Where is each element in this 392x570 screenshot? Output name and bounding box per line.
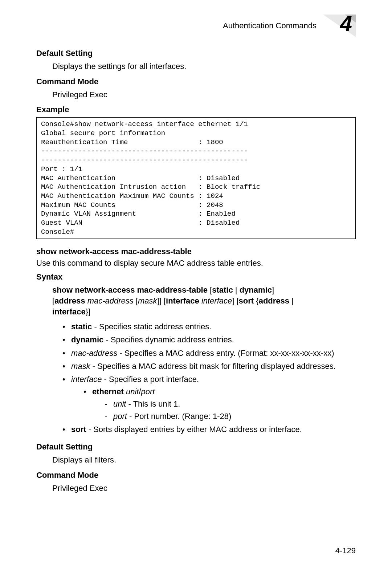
bullet-ethernet: ethernet unit/port unit - This is unit 1… — [83, 386, 356, 423]
page-content: Authentication Commands 4 Default Settin… — [0, 0, 392, 494]
page-number: 4-129 — [335, 546, 356, 555]
command-title: show network-access mac-address-table — [36, 247, 356, 256]
bullet-interface: interface - Specifies a port interface. … — [62, 373, 356, 423]
heading-syntax: Syntax — [36, 272, 356, 282]
text-default-setting-2: Displays all filters. — [52, 455, 356, 465]
nested-unit-port: unit - This is unit 1. port - Port numbe… — [105, 398, 356, 423]
chapter-number: 4 — [340, 11, 352, 36]
heading-example: Example — [36, 105, 356, 114]
page-header: Authentication Commands 4 — [36, 15, 356, 37]
bullet-port: port - Port number. (Range: 1-28) — [105, 410, 356, 423]
bullet-sort: sort - Sorts displayed entries by either… — [62, 423, 356, 436]
syntax-cmd: show network-access mac-address-table — [52, 285, 208, 294]
command-description: Use this command to display secure MAC a… — [36, 258, 356, 268]
syntax-bullets: static - Specifies static address entrie… — [62, 321, 356, 436]
heading-default-setting-1: Default Setting — [36, 49, 356, 58]
heading-command-mode-1: Command Mode — [36, 77, 356, 86]
syntax-block: show network-access mac-address-table [s… — [52, 285, 356, 317]
example-output-box: Console#show network-access interface et… — [36, 117, 356, 239]
text-default-setting-1: Displays the settings for all interfaces… — [52, 61, 356, 72]
bullet-mask: mask - Specifies a MAC address bit mask … — [62, 360, 356, 372]
text-command-mode-2: Privileged Exec — [52, 483, 356, 494]
text-command-mode-1: Privileged Exec — [52, 89, 356, 100]
header-title: Authentication Commands — [223, 21, 317, 30]
nested-ethernet: ethernet unit/port unit - This is unit 1… — [83, 386, 356, 423]
heading-default-setting-2: Default Setting — [36, 442, 356, 452]
bullet-unit: unit - This is unit 1. — [105, 398, 356, 410]
bullet-mac-address: mac-address - Specifies a MAC address en… — [62, 347, 356, 359]
heading-command-mode-2: Command Mode — [36, 471, 356, 480]
bullet-dynamic: dynamic - Specifies dynamic address entr… — [62, 334, 356, 346]
chapter-icon: 4 — [323, 15, 356, 37]
bullet-static: static - Specifies static address entrie… — [62, 321, 356, 333]
